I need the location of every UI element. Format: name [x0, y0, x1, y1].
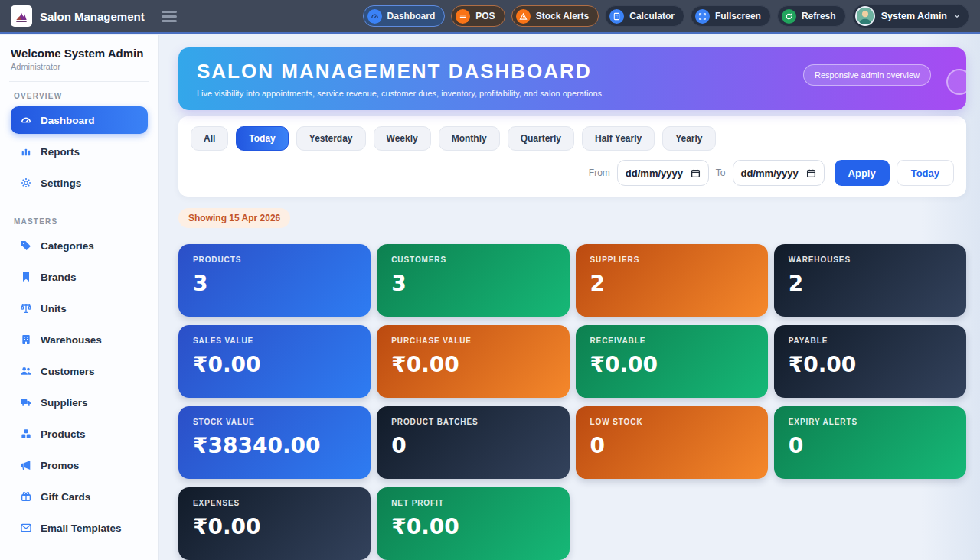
- nav-stock-alerts-button[interactable]: Stock Alerts: [511, 5, 599, 27]
- sidebar-item-reports[interactable]: Reports: [11, 138, 148, 165]
- apply-button[interactable]: Apply: [835, 160, 890, 186]
- nav-pos-button[interactable]: POS: [451, 5, 505, 27]
- envelope-icon: [19, 522, 32, 535]
- stat-card-receivable: RECEIVABLE ₹0.00: [576, 325, 768, 398]
- nav-label: Dashboard: [387, 11, 436, 21]
- page-subtitle: Live visibility into appointments, servi…: [197, 89, 948, 98]
- user-menu-button[interactable]: System Admin: [852, 4, 969, 28]
- date-placeholder: dd/mm/yyyy: [741, 168, 799, 179]
- hamburger-icon[interactable]: [162, 11, 177, 22]
- stat-label: LOW STOCK: [590, 418, 753, 426]
- sidebar-item-suppliers[interactable]: Suppliers: [11, 389, 148, 416]
- gauge-icon: [19, 114, 32, 127]
- bar-chart-icon: [19, 145, 32, 158]
- boxes-icon: [19, 428, 32, 441]
- bookmark-icon: [19, 271, 32, 284]
- stat-card-product-batches: PRODUCT BATCHES 0: [377, 406, 569, 479]
- calendar-icon[interactable]: [691, 168, 701, 178]
- sidebar-item-email-templates[interactable]: Email Templates: [11, 514, 148, 542]
- stat-label: STOCK VALUE: [193, 418, 356, 426]
- users-icon: [19, 365, 32, 378]
- stat-label: NET PROFIT: [391, 499, 554, 507]
- range-quarterly-button[interactable]: Quarterly: [508, 126, 574, 151]
- showing-date-badge: Showing 15 Apr 2026: [178, 208, 290, 228]
- nav-fullscreen-button[interactable]: Fullscreen: [691, 5, 771, 27]
- stat-label: WAREHOUSES: [789, 256, 952, 264]
- chevron-down-icon: [953, 12, 961, 20]
- stat-value: 3: [193, 271, 356, 296]
- stat-label: PRODUCTS: [193, 256, 356, 264]
- to-date-input[interactable]: dd/mm/yyyy: [733, 160, 825, 186]
- stat-card-warehouses: WAREHOUSES 2: [774, 244, 966, 317]
- sidebar-item-label: Email Templates: [41, 523, 122, 534]
- stat-value: ₹38340.00: [193, 433, 356, 458]
- range-weekly-button[interactable]: Weekly: [374, 126, 431, 151]
- to-label: To: [716, 168, 726, 178]
- brand-name: Salon Management: [40, 10, 145, 23]
- gear-icon: [19, 177, 32, 190]
- stat-label: PAYABLE: [789, 337, 952, 345]
- welcome-text: Welcome System Admin: [11, 47, 148, 60]
- stat-card-purchase-value: PURCHASE VALUE ₹0.00: [377, 325, 569, 398]
- sidebar-item-label: Reports: [41, 146, 80, 158]
- nav-refresh-button[interactable]: Refresh: [777, 5, 846, 27]
- range-today-button[interactable]: Today: [236, 126, 288, 151]
- stat-label: PURCHASE VALUE: [391, 337, 554, 345]
- brand[interactable]: Salon Management: [11, 5, 145, 27]
- stat-card-products: PRODUCTS 3: [178, 244, 371, 317]
- stat-value: 0: [789, 433, 952, 458]
- divider: [9, 552, 149, 552]
- filter-panel: All Today Yesterday Weekly Monthly Quart…: [178, 116, 966, 197]
- sidebar-item-label: Categories: [41, 240, 94, 252]
- range-half-yearly-button[interactable]: Half Yearly: [582, 126, 655, 151]
- sidebar-item-label: Gift Cards: [41, 491, 90, 503]
- salon-logo-icon: [11, 5, 32, 27]
- today-button[interactable]: Today: [897, 160, 954, 186]
- nav-label: Refresh: [802, 11, 836, 21]
- sidebar-item-settings[interactable]: Settings: [11, 169, 148, 197]
- sidebar-item-label: Warehouses: [41, 334, 102, 346]
- range-monthly-button[interactable]: Monthly: [439, 126, 500, 151]
- stats-grid: PRODUCTS 3 CUSTOMERS 3 SUPPLIERS 2 WAREH…: [178, 244, 966, 560]
- range-all-button[interactable]: All: [191, 126, 228, 151]
- sidebar-item-label: Settings: [41, 177, 81, 189]
- stat-card-payable: PAYABLE ₹0.00: [774, 325, 966, 398]
- stat-card-expenses: EXPENSES ₹0.00: [178, 487, 371, 560]
- dashboard-gauge-icon: [368, 9, 382, 24]
- range-yearly-button[interactable]: Yearly: [662, 126, 715, 151]
- sidebar-item-promos[interactable]: Promos: [11, 451, 148, 479]
- nav-dashboard-button[interactable]: Dashboard: [363, 5, 446, 27]
- calculator-icon: [609, 9, 624, 24]
- calendar-icon[interactable]: [806, 168, 816, 178]
- sidebar-item-units[interactable]: Units: [11, 295, 148, 322]
- date-filter-row: From dd/mm/yyyy To dd/mm/yyyy Apply Toda…: [191, 160, 954, 186]
- stat-value: 3: [391, 271, 554, 296]
- sidebar-item-products[interactable]: Products: [11, 420, 148, 448]
- stat-value: ₹0.00: [391, 514, 554, 539]
- stat-card-net-profit: NET PROFIT ₹0.00: [377, 487, 569, 560]
- user-name: System Admin: [881, 11, 947, 21]
- sidebar-item-customers[interactable]: Customers: [11, 357, 148, 385]
- pos-register-icon: [456, 9, 470, 24]
- nav-label: Fullscreen: [715, 11, 761, 21]
- divider: [9, 207, 149, 207]
- stat-value: 2: [590, 271, 753, 296]
- from-date-input[interactable]: dd/mm/yyyy: [617, 160, 709, 186]
- sidebar-item-warehouses[interactable]: Warehouses: [11, 326, 148, 353]
- stat-label: SUPPLIERS: [590, 256, 753, 264]
- sidebar-item-gift-cards[interactable]: Gift Cards: [11, 483, 148, 510]
- stat-card-low-stock: LOW STOCK 0: [576, 406, 768, 479]
- nav-calculator-button[interactable]: Calculator: [605, 5, 684, 27]
- sidebar-item-categories[interactable]: Categories: [11, 232, 148, 259]
- sidebar-item-brands[interactable]: Brands: [11, 263, 148, 291]
- decorative-ring-icon: [946, 69, 966, 95]
- sidebar-item-label: Products: [41, 428, 86, 440]
- stat-value: ₹0.00: [789, 352, 952, 377]
- scales-icon: [19, 302, 32, 315]
- sidebar-item-dashboard[interactable]: Dashboard: [11, 106, 148, 134]
- fullscreen-icon: [695, 9, 710, 24]
- sidebar: Welcome System Admin Administrator OVERV…: [0, 35, 159, 560]
- range-yesterday-button[interactable]: Yesterday: [296, 126, 366, 151]
- stat-value: ₹0.00: [590, 352, 753, 377]
- divider: [9, 81, 149, 82]
